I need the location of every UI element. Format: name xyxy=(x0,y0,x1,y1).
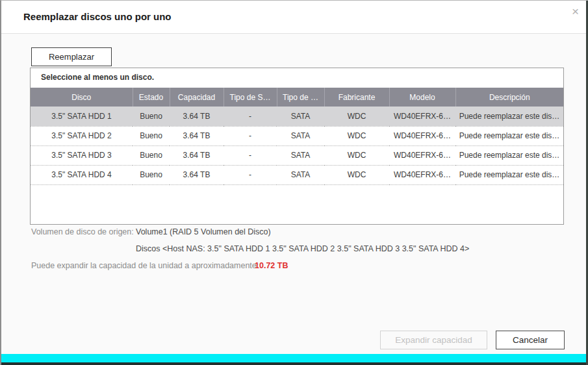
disk-grid: Seleccione al menos un disco. Disco Esta… xyxy=(30,68,564,225)
replace-disks-dialog: Reemplazar discos uno por uno × Reemplaz… xyxy=(0,0,588,365)
cell-estado: Bueno xyxy=(133,107,170,126)
column-header-disco[interactable]: Disco xyxy=(31,88,133,107)
column-header-modelo[interactable]: Modelo xyxy=(389,88,455,107)
cell-disco: 3.5" SATA HDD 4 xyxy=(31,165,133,184)
expand-capacity-value: 10.72 TB xyxy=(255,261,288,270)
cell-fabricante: WDC xyxy=(324,107,389,126)
cell-modelo: WD40EFRX-6… xyxy=(389,165,455,184)
cell-disco: 3.5" SATA HDD 3 xyxy=(31,145,133,165)
column-header-fabricante[interactable]: Fabricante xyxy=(324,88,389,107)
cell-tipo-s: - xyxy=(224,165,277,184)
cell-modelo: WD40EFRX-6… xyxy=(389,107,455,126)
expand-capacity-button[interactable]: Expandir capacidad xyxy=(380,331,487,349)
cell-capacidad: 3.64 TB xyxy=(170,165,224,184)
dialog-titlebar: Reemplazar discos uno por uno × xyxy=(1,1,588,34)
cell-estado: Bueno xyxy=(133,126,170,145)
cell-tipo-s: - xyxy=(224,126,277,145)
cell-descripcion: Puede reemplazar este dis… xyxy=(455,126,563,145)
cell-modelo: WD40EFRX-6… xyxy=(389,126,455,145)
table-row-hdd4[interactable]: 3.5" SATA HDD 4 Bueno 3.64 TB - SATA WDC… xyxy=(31,165,563,184)
table-header-row: Disco Estado Capacidad Tipo de S… Tipo d… xyxy=(31,88,563,107)
bottom-window-edge xyxy=(1,362,588,365)
table-row-hdd2[interactable]: 3.5" SATA HDD 2 Bueno 3.64 TB - SATA WDC… xyxy=(31,126,563,145)
column-header-tipo[interactable]: Tipo de … xyxy=(277,88,324,107)
source-disks-value: Discos <Host NAS: 3.5" SATA HDD 1 3.5" S… xyxy=(136,244,469,253)
cell-tipo: SATA xyxy=(277,126,324,145)
cell-descripcion: Puede reemplazar este dis… xyxy=(455,107,563,126)
cell-tipo: SATA xyxy=(277,145,324,165)
cell-tipo-s: - xyxy=(224,107,277,126)
cell-estado: Bueno xyxy=(133,145,170,165)
cell-fabricante: WDC xyxy=(324,165,389,184)
cell-disco: 3.5" SATA HDD 1 xyxy=(31,107,133,126)
cell-tipo: SATA xyxy=(277,107,324,126)
table-row-hdd3[interactable]: 3.5" SATA HDD 3 Bueno 3.64 TB - SATA WDC… xyxy=(31,145,563,165)
source-volume-value: Volume1 (RAID 5 Volumen del Disco) xyxy=(136,227,271,236)
cell-tipo: SATA xyxy=(277,165,324,184)
cell-tipo-s: - xyxy=(224,145,277,165)
cell-descripcion: Puede reemplazar este dis… xyxy=(455,165,563,184)
cell-capacidad: 3.64 TB xyxy=(170,107,224,126)
column-header-descripcion[interactable]: Descripción xyxy=(455,88,563,107)
close-icon[interactable]: × xyxy=(572,5,579,19)
cell-estado: Bueno xyxy=(133,165,170,184)
column-header-estado[interactable]: Estado xyxy=(133,88,170,107)
replace-button[interactable]: Reemplazar xyxy=(31,47,112,66)
dialog-title: Reemplazar discos uno por uno xyxy=(23,11,172,22)
cell-fabricante: WDC xyxy=(324,145,389,165)
cancel-button[interactable]: Cancelar xyxy=(496,331,565,349)
cell-disco: 3.5" SATA HDD 2 xyxy=(31,126,133,145)
accent-strip xyxy=(1,354,588,362)
column-header-tipo-s[interactable]: Tipo de S… xyxy=(224,88,277,107)
cell-fabricante: WDC xyxy=(324,126,389,145)
cell-capacidad: 3.64 TB xyxy=(170,126,224,145)
cell-descripcion: Puede reemplazar este dis… xyxy=(455,145,563,165)
table-row-hdd1[interactable]: 3.5" SATA HDD 1 Bueno 3.64 TB - SATA WDC… xyxy=(31,107,563,126)
grid-notice: Seleccione al menos un disco. xyxy=(31,68,563,86)
cell-capacidad: 3.64 TB xyxy=(170,145,224,165)
column-header-capacidad[interactable]: Capacidad xyxy=(170,88,224,107)
source-volume-label: Volumen de disco de origen: xyxy=(31,227,134,236)
cell-modelo: WD40EFRX-6… xyxy=(389,145,455,165)
expand-capacity-label: Puede expandir la capacidad de la unidad… xyxy=(31,261,259,270)
disk-table: Disco Estado Capacidad Tipo de S… Tipo d… xyxy=(31,88,563,185)
